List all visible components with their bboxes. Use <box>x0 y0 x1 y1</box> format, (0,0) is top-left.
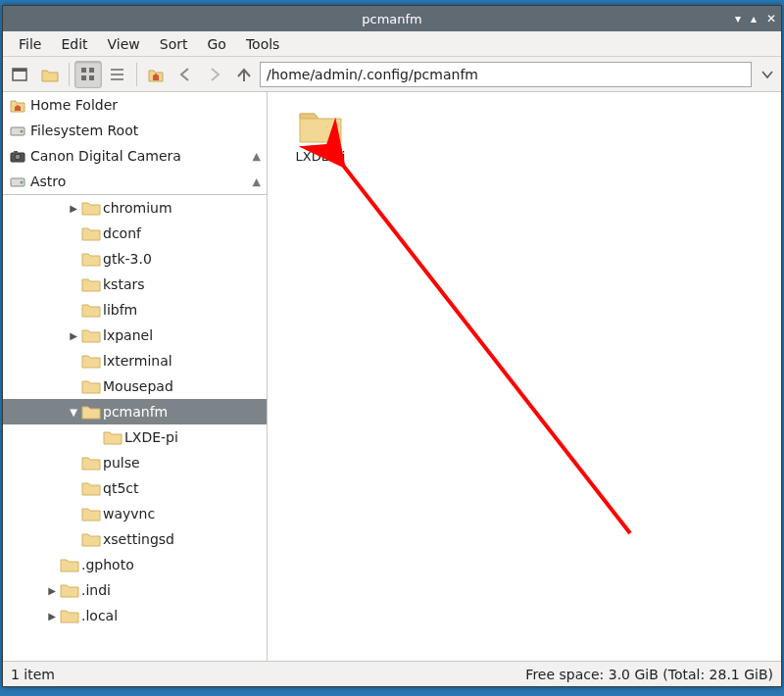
maximize-button[interactable]: ▴ <box>751 12 757 25</box>
tree-row[interactable]: dconf <box>3 221 267 246</box>
home-button[interactable] <box>142 61 170 88</box>
menu-view[interactable]: View <box>98 33 150 55</box>
tree-label: pulse <box>103 455 140 471</box>
expander-icon[interactable]: ▶ <box>46 585 58 596</box>
tree-label: wayvnc <box>103 506 155 522</box>
menu-sort[interactable]: Sort <box>150 33 198 55</box>
tree-row[interactable]: lxterminal <box>3 348 267 373</box>
eject-icon[interactable]: ▲ <box>253 175 261 188</box>
item-label: LXDE-pi <box>296 149 346 164</box>
icon-view-icon <box>78 65 98 84</box>
expander-icon[interactable]: ▶ <box>68 330 79 341</box>
camera-icon <box>9 147 26 165</box>
tree-row[interactable]: wayvnc <box>3 501 267 526</box>
open-folder-button[interactable] <box>36 61 64 88</box>
menubar: File Edit View Sort Go Tools <box>3 31 781 57</box>
address-bar[interactable]: /home/admin/.config/pcmanfm <box>260 62 752 87</box>
tree-row[interactable]: xsettingsd <box>3 526 267 552</box>
tree-label: chromium <box>103 200 172 216</box>
place-label: Home Folder <box>30 97 118 113</box>
window-title: pcmanfm <box>3 12 781 26</box>
back-button[interactable] <box>172 61 199 88</box>
toolbar: /home/admin/.config/pcmanfm <box>3 57 781 92</box>
close-button[interactable]: ✕ <box>766 12 776 25</box>
tree-label: pcmanfm <box>103 404 168 420</box>
menu-edit[interactable]: Edit <box>51 33 97 55</box>
new-tab-button[interactable] <box>7 61 34 88</box>
tree-row[interactable]: ▶lxpanel <box>3 323 267 348</box>
new-tab-icon <box>11 65 30 84</box>
svg-rect-2 <box>81 68 86 73</box>
tree-label: LXDE-pi <box>124 429 178 445</box>
icon-view-button[interactable] <box>74 61 102 88</box>
tree-label: xsettingsd <box>103 531 174 547</box>
drive-icon <box>9 122 26 139</box>
statusbar: 1 item Free space: 3.0 GiB (Total: 28.1 … <box>3 661 781 686</box>
status-right: Free space: 3.0 GiB (Total: 28.1 GiB) <box>525 667 773 682</box>
tree-label: lxterminal <box>103 353 172 369</box>
up-button[interactable] <box>230 61 258 88</box>
home-icon <box>146 65 166 84</box>
tree-label: .indi <box>81 582 111 598</box>
tree-row[interactable]: .gphoto <box>3 552 267 577</box>
toolbar-separator <box>136 63 137 86</box>
svg-rect-1 <box>13 69 26 72</box>
titlebar[interactable]: pcmanfm ▾ ▴ ✕ <box>3 6 781 31</box>
forward-button[interactable] <box>201 61 228 88</box>
folder-icon <box>40 65 60 84</box>
minimize-button[interactable]: ▾ <box>735 12 741 25</box>
list-view-button[interactable] <box>104 61 131 88</box>
arrow-right-icon <box>205 65 224 84</box>
address-path: /home/admin/.config/pcmanfm <box>267 67 478 82</box>
drive-icon <box>9 173 26 190</box>
folder-icon <box>297 106 344 145</box>
menu-go[interactable]: Go <box>198 33 236 55</box>
address-dropdown[interactable] <box>758 62 777 87</box>
toolbar-separator <box>69 63 70 86</box>
file-manager-window: pcmanfm ▾ ▴ ✕ File Edit View Sort Go Too… <box>2 5 782 687</box>
content-pane[interactable]: LXDE-pi <box>268 92 781 661</box>
tree-row[interactable]: gtk-3.0 <box>3 246 267 272</box>
menu-tools[interactable]: Tools <box>236 33 290 55</box>
home-icon <box>9 96 26 114</box>
place-camera[interactable]: Canon Digital Camera ▲ <box>3 143 267 169</box>
places-panel: Home Folder Filesystem Root Canon Digita… <box>3 92 267 195</box>
tree-row[interactable]: qt5ct <box>3 475 267 501</box>
expander-icon[interactable]: ▶ <box>46 611 58 621</box>
tree-row[interactable]: pulse <box>3 450 267 475</box>
place-home[interactable]: Home Folder <box>3 92 267 118</box>
eject-icon[interactable]: ▲ <box>253 150 261 163</box>
arrow-left-icon <box>175 65 195 84</box>
expander-icon[interactable]: ▶ <box>68 203 79 214</box>
svg-rect-13 <box>14 151 18 154</box>
svg-line-16 <box>341 163 630 533</box>
tree-row[interactable]: LXDE-pi <box>3 424 267 450</box>
place-astro[interactable]: Astro ▲ <box>3 169 267 194</box>
menu-file[interactable]: File <box>9 33 51 55</box>
tree-row[interactable]: libfm <box>3 297 267 323</box>
tree-label: .local <box>81 608 118 623</box>
expander-icon[interactable]: ▼ <box>68 407 79 418</box>
tree-label: qt5ct <box>103 480 138 496</box>
svg-rect-8 <box>111 78 123 80</box>
place-label: Filesystem Root <box>30 123 138 138</box>
tree-label: dconf <box>103 225 141 241</box>
tree-row[interactable]: ▼pcmanfm <box>3 399 267 424</box>
tree-label: kstars <box>103 276 145 292</box>
tree-row[interactable]: ▶.indi <box>3 577 267 603</box>
sidebar: Home Folder Filesystem Root Canon Digita… <box>3 92 268 661</box>
tree-row[interactable]: ▶chromium <box>3 195 267 221</box>
tree-row[interactable]: ▶.local <box>3 603 267 628</box>
tree-row[interactable]: kstars <box>3 272 267 297</box>
folder-item[interactable]: LXDE-pi <box>281 106 360 164</box>
svg-rect-7 <box>111 74 123 75</box>
folder-tree[interactable]: ▶chromiumdconfgtk-3.0kstarslibfm▶lxpanel… <box>3 195 267 661</box>
tree-row[interactable]: Mousepad <box>3 373 267 399</box>
svg-rect-4 <box>81 75 86 80</box>
tree-label: .gphoto <box>81 557 134 572</box>
svg-point-12 <box>15 154 21 160</box>
place-label: Astro <box>30 174 66 189</box>
svg-rect-3 <box>89 68 94 73</box>
place-root[interactable]: Filesystem Root <box>3 118 267 143</box>
arrow-up-icon <box>234 65 254 84</box>
